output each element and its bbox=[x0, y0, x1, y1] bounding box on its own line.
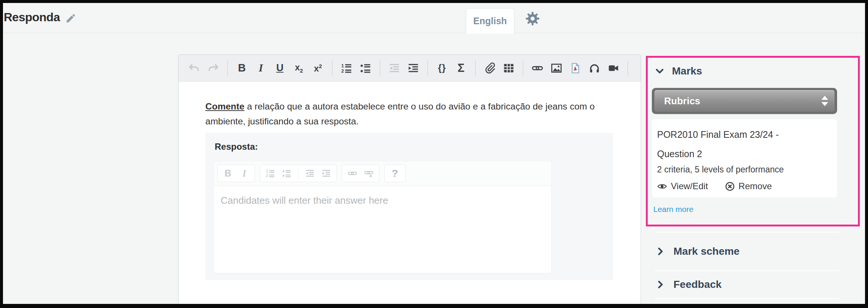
answer-toolbar-group-lists: 12 bbox=[260, 165, 337, 182]
sidebar-sections: Mark scheme Feedback bbox=[646, 232, 860, 299]
italic-icon[interactable]: I bbox=[239, 168, 249, 178]
remove-label: Remove bbox=[739, 181, 772, 191]
main-content: B I U x2 x2 12 bbox=[3, 34, 865, 304]
editor-toolbar: B I U x2 x2 12 bbox=[179, 55, 641, 82]
editor-body: Comente a relação que a autora estabelec… bbox=[179, 82, 641, 280]
view-edit-label: View/Edit bbox=[671, 181, 708, 191]
language-tab[interactable]: English bbox=[466, 8, 514, 34]
underline-icon[interactable]: U bbox=[273, 61, 287, 75]
unordered-list-icon[interactable] bbox=[282, 168, 292, 178]
answer-section: Resposta: B I 12 bbox=[205, 133, 613, 280]
marks-panel-highlight: Marks Rubrics POR2010 Final Exam 23/24 -… bbox=[646, 56, 860, 226]
marks-section-label: Marks bbox=[672, 65, 702, 77]
answer-toolbar-group-help: ? bbox=[384, 165, 405, 182]
toolbar-divider bbox=[427, 61, 428, 76]
audio-icon[interactable] bbox=[588, 61, 601, 75]
bold-icon[interactable]: B bbox=[223, 168, 233, 178]
video-icon[interactable] bbox=[607, 61, 620, 75]
svg-text:1: 1 bbox=[341, 63, 344, 68]
rubric-actions: View/Edit Remove bbox=[657, 181, 832, 191]
section-divider bbox=[655, 298, 839, 299]
answer-toolbar-group-links bbox=[342, 165, 379, 182]
answer-label: Resposta: bbox=[215, 142, 613, 152]
question-editor-panel: B I U x2 x2 12 bbox=[178, 54, 641, 304]
select-spinner-icon bbox=[821, 96, 828, 106]
link-icon[interactable] bbox=[347, 168, 357, 178]
attachment-icon[interactable] bbox=[483, 61, 496, 75]
rubric-card: POR2010 Final Exam 23/24 - Question 2 2 … bbox=[652, 119, 837, 197]
mark-scheme-label: Mark scheme bbox=[673, 245, 739, 257]
redo-icon[interactable] bbox=[206, 61, 220, 75]
toolbar-divider bbox=[298, 168, 299, 179]
image-icon[interactable] bbox=[550, 61, 563, 75]
pdf-icon[interactable] bbox=[569, 61, 582, 75]
svg-text:1: 1 bbox=[266, 169, 268, 173]
help-icon[interactable]: ? bbox=[390, 168, 400, 178]
undo-icon[interactable] bbox=[187, 61, 201, 75]
indent-icon[interactable] bbox=[321, 168, 331, 178]
outdent-icon[interactable] bbox=[388, 61, 401, 75]
toolbar-divider bbox=[475, 61, 476, 76]
feedback-label: Feedback bbox=[673, 279, 722, 290]
rubric-details: 2 criteria, 5 levels of performance bbox=[657, 165, 832, 175]
feedback-section-header[interactable]: Feedback bbox=[646, 271, 860, 298]
chevron-right-icon bbox=[656, 247, 665, 256]
remove-circle-icon bbox=[725, 181, 735, 191]
learn-more-link[interactable]: Learn more bbox=[653, 205, 693, 214]
svg-text:2: 2 bbox=[341, 68, 344, 73]
toolbar-divider bbox=[332, 61, 332, 76]
bold-icon[interactable]: B bbox=[235, 61, 249, 75]
page-title: Responda bbox=[4, 10, 76, 24]
table-icon[interactable] bbox=[502, 61, 515, 75]
superscript-icon[interactable]: x2 bbox=[311, 61, 325, 75]
marks-type-selected-value: Rubrics bbox=[664, 95, 700, 107]
chevron-right-icon bbox=[656, 280, 665, 289]
rubric-name: POR2010 Final Exam 23/24 - Question 2 bbox=[657, 125, 804, 163]
question-lead-word: Comente bbox=[205, 101, 244, 111]
header-bar: Responda English bbox=[3, 3, 865, 33]
answer-toolbar-group-format: B I bbox=[217, 165, 255, 182]
remove-button[interactable]: Remove bbox=[725, 181, 772, 191]
eye-icon bbox=[657, 181, 667, 191]
ordered-list-icon[interactable]: 12 bbox=[340, 61, 353, 75]
marks-section-header[interactable]: Marks bbox=[655, 65, 854, 77]
app-frame: Responda English bbox=[3, 3, 865, 304]
unlink-icon[interactable] bbox=[364, 168, 374, 178]
mark-scheme-section-header[interactable]: Mark scheme bbox=[646, 233, 860, 270]
page-title-text: Responda bbox=[4, 10, 60, 24]
marks-type-select[interactable]: Rubrics bbox=[652, 88, 837, 114]
answer-placeholder: Candidates will enter their answer here bbox=[221, 195, 388, 206]
answer-input-area[interactable]: Candidates will enter their answer here bbox=[213, 185, 552, 273]
marks-type-select-inner: Rubrics bbox=[654, 90, 834, 112]
link-icon[interactable] bbox=[531, 61, 544, 75]
question-rest: a relação que a autora estabelece entre … bbox=[205, 101, 595, 126]
toolbar-divider bbox=[628, 61, 628, 76]
math-sigma-icon[interactable]: Σ bbox=[454, 61, 468, 75]
indent-icon[interactable] bbox=[407, 61, 420, 75]
edit-pencil-icon[interactable] bbox=[65, 13, 76, 24]
subscript-icon[interactable]: x2 bbox=[292, 61, 306, 75]
toolbar-divider bbox=[523, 61, 523, 76]
answer-toolbar: B I 12 bbox=[213, 161, 552, 185]
question-text[interactable]: Comente a relação que a autora estabelec… bbox=[205, 99, 613, 129]
view-edit-button[interactable]: View/Edit bbox=[657, 181, 708, 191]
italic-icon[interactable]: I bbox=[254, 61, 268, 75]
chevron-down-icon bbox=[655, 67, 664, 76]
unordered-list-icon[interactable] bbox=[359, 61, 372, 75]
toolbar-divider bbox=[380, 61, 380, 76]
ordered-list-icon[interactable]: 12 bbox=[265, 168, 275, 178]
outdent-icon[interactable] bbox=[305, 168, 315, 178]
gear-icon[interactable] bbox=[525, 11, 540, 26]
language-tab-label: English bbox=[473, 16, 507, 26]
code-braces-icon[interactable]: {} bbox=[435, 61, 449, 75]
answer-editor-preview: B I 12 bbox=[213, 161, 552, 273]
toolbar-divider bbox=[227, 61, 228, 76]
svg-text:2: 2 bbox=[266, 174, 268, 178]
